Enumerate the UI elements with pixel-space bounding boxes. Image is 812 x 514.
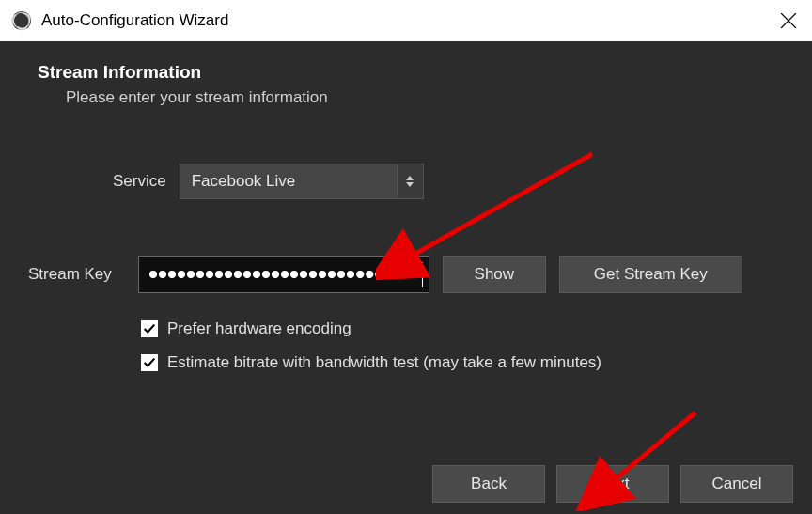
back-button[interactable]: Back (432, 465, 545, 503)
service-value: Facebook Live (192, 172, 296, 191)
get-stream-key-button[interactable]: Get Stream Key (559, 256, 742, 293)
titlebar: Auto-Configuration Wizard (0, 0, 812, 41)
prefer-hw-checkbox[interactable] (141, 320, 158, 337)
show-button[interactable]: Show (443, 256, 546, 293)
next-button[interactable]: Next (556, 465, 669, 503)
streamkey-input[interactable]: •••••••••••••••••••••••••••• (138, 256, 429, 293)
service-label: Service (113, 172, 166, 191)
streamkey-row: Stream Key •••••••••••••••••••••••••••• … (28, 256, 784, 293)
wizard-content: Stream Information Please enter your str… (0, 41, 812, 514)
svg-point-0 (12, 11, 31, 30)
prefer-hw-label[interactable]: Prefer hardware encoding (167, 319, 351, 338)
estimate-bitrate-checkbox[interactable] (141, 354, 158, 371)
estimate-bitrate-row: Estimate bitrate with bandwidth test (ma… (141, 353, 784, 372)
service-row: Service Facebook Live (113, 164, 784, 199)
service-select[interactable]: Facebook Live (180, 164, 424, 199)
close-icon[interactable] (780, 12, 797, 29)
cancel-button[interactable]: Cancel (680, 465, 793, 503)
streamkey-label: Stream Key (28, 265, 112, 284)
prefer-hw-row: Prefer hardware encoding (141, 319, 784, 338)
obs-app-icon (11, 10, 32, 31)
wizard-footer: Back Next Cancel (432, 465, 793, 503)
estimate-bitrate-label[interactable]: Estimate bitrate with bandwidth test (ma… (167, 353, 601, 372)
window-title: Auto-Configuration Wizard (41, 11, 228, 30)
select-spinner-icon[interactable] (397, 164, 423, 198)
page-heading: Stream Information (38, 62, 784, 83)
page-subheading: Please enter your stream information (66, 88, 784, 107)
streamkey-value: •••••••••••••••••••••••••••• (148, 258, 412, 290)
